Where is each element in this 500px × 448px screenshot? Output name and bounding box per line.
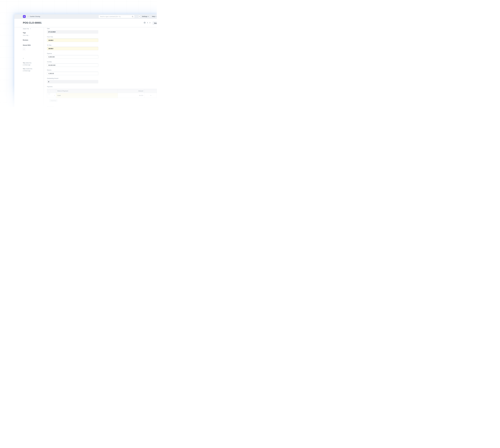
net-amount-label: Net Amount xyxy=(47,106,157,107)
print-icon[interactable] xyxy=(144,22,145,24)
table-row: 1 Cash 68,000 xyxy=(47,93,157,98)
settings-label: Settings xyxy=(142,16,147,17)
activity-action: edited this xyxy=(26,62,32,64)
breadcrumb[interactable]: Cashier Closing xyxy=(30,16,40,17)
help-menu[interactable]: Help xyxy=(152,16,156,17)
activity-action: created this xyxy=(26,68,32,69)
plus-icon: + xyxy=(30,28,31,30)
user-avatar[interactable]: A xyxy=(138,15,140,18)
page-title: POS-CLO-00001 xyxy=(23,21,42,24)
reviews-heading: Reviews xyxy=(23,39,44,41)
field-label-expense: Expense xyxy=(47,53,98,54)
field-label-date: Date xyxy=(47,28,98,30)
next-doc-icon[interactable] xyxy=(149,22,151,23)
global-search xyxy=(98,15,134,18)
navbar: E Cashier Closing A Settings Help xyxy=(14,14,157,19)
expense-field[interactable]: 8,000.000 xyxy=(47,55,98,59)
from-time-field[interactable]: 10:00:0 xyxy=(47,38,98,42)
activity-when: a minute ago xyxy=(23,70,30,71)
app-window: E Cashier Closing A Settings Help POS-CL… xyxy=(14,14,157,107)
payments-table: Mode of Payment Amount 1 Cash 68,000 xyxy=(47,89,157,98)
payments-header-row: Mode of Payment Amount xyxy=(47,89,157,93)
activity-entry: You created this a minute ago xyxy=(23,68,44,72)
help-label: Help xyxy=(152,16,155,17)
field-label-returns: Returns xyxy=(47,69,98,71)
activity-entry: You edited this a minute ago xyxy=(23,62,44,66)
amount-cell[interactable]: 68,000 xyxy=(118,93,145,98)
page-head: POS-CLO-00001 Menu xyxy=(14,19,157,27)
add-row-button[interactable]: Add Row xyxy=(49,99,58,102)
settings-menu[interactable]: Settings xyxy=(142,16,149,17)
select-all-checkbox[interactable] xyxy=(48,90,50,92)
chevron-down-icon xyxy=(156,16,156,17)
activity-when: a minute ago xyxy=(23,64,30,65)
tags-heading: Tags xyxy=(23,32,44,34)
field-label-outstanding-amount: Outstanding Amount xyxy=(47,78,98,80)
attach-file-label: Attach File xyxy=(23,28,29,30)
prev-doc-icon[interactable] xyxy=(147,22,148,23)
app-logo[interactable]: E xyxy=(23,15,26,18)
to-time-field[interactable]: 18:00:0 xyxy=(47,47,98,50)
chevron-down-icon xyxy=(148,16,149,17)
attach-file-button[interactable]: Attach File + xyxy=(23,28,44,30)
form-body: Date 27-12-2019 From Time 10:00:0 To Tim… xyxy=(44,28,157,107)
like-heart-icon[interactable]: ♥ xyxy=(23,58,44,59)
outstanding-amount-field[interactable]: 0 xyxy=(47,80,98,83)
field-label-custody: Custody xyxy=(47,61,98,63)
search-icon[interactable] xyxy=(132,16,133,18)
row-checkbox[interactable] xyxy=(48,93,50,95)
mode-of-payment-cell[interactable]: Cash xyxy=(56,93,118,98)
field-label-to-time: To Time xyxy=(47,45,98,46)
payments-section-label: Payments xyxy=(47,86,157,88)
shared-with-heading: Shared With xyxy=(23,44,44,46)
column-header-amount: Amount xyxy=(118,89,145,93)
activity-actor: You xyxy=(23,68,25,69)
add-share-button[interactable]: + xyxy=(23,48,25,51)
search-input[interactable] xyxy=(99,15,134,18)
breadcrumb-chevron-icon xyxy=(28,16,29,18)
activity-actor: You xyxy=(23,62,25,64)
add-tag-input[interactable]: Add a tag ... xyxy=(23,35,44,36)
date-field[interactable]: 27-12-2019 xyxy=(47,30,98,33)
returns-field[interactable]: 4,300.00 xyxy=(47,72,98,75)
form-sidebar: Attach File + Tags Add a tag ... Reviews… xyxy=(14,28,44,107)
menu-button[interactable]: Menu xyxy=(153,21,157,25)
column-header-edit xyxy=(145,89,157,93)
column-header-mode-of-payment: Mode of Payment xyxy=(56,89,118,93)
field-label-from-time: From Time xyxy=(47,36,98,38)
row-index: 1 xyxy=(54,93,55,98)
triangle-down-icon xyxy=(150,95,151,96)
row-expand-button[interactable] xyxy=(145,93,157,98)
custody-field[interactable]: 60,000.000 xyxy=(47,64,98,67)
